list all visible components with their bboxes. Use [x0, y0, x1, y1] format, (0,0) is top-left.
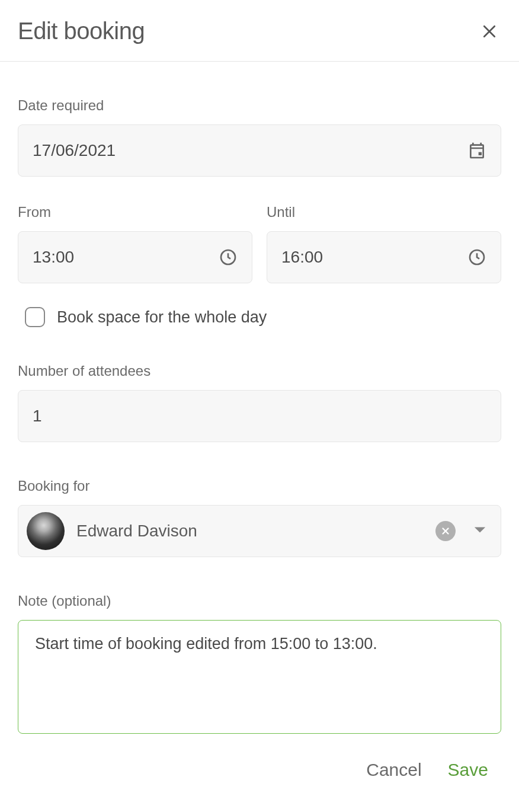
attendees-value: 1	[33, 407, 486, 426]
clear-selection-button[interactable]	[435, 521, 456, 541]
chevron-down-icon	[473, 526, 486, 534]
dialog-footer: Cancel Save	[18, 736, 501, 780]
save-button[interactable]: Save	[448, 760, 488, 780]
dialog-header: Edit booking	[0, 0, 519, 62]
calendar-icon	[467, 141, 486, 160]
from-time-input[interactable]: 13:00	[18, 231, 252, 283]
until-time-value: 16:00	[281, 248, 467, 267]
booking-for-select[interactable]: Edward Davison	[18, 505, 501, 557]
note-textarea[interactable]	[18, 620, 501, 734]
clock-icon	[467, 248, 486, 267]
svg-rect-2	[479, 152, 482, 155]
dialog-body: Date required 17/06/2021 From 13:00	[0, 62, 519, 798]
date-required-label: Date required	[18, 97, 501, 114]
whole-day-checkbox[interactable]	[25, 307, 45, 327]
booking-for-label: Booking for	[18, 478, 501, 494]
whole-day-row: Book space for the whole day	[18, 307, 501, 327]
dropdown-arrow[interactable]	[473, 526, 486, 536]
booking-for-name: Edward Davison	[76, 522, 424, 541]
until-time-input[interactable]: 16:00	[267, 231, 501, 283]
close-icon	[480, 23, 498, 40]
until-label: Until	[267, 204, 501, 220]
from-time-value: 13:00	[33, 248, 219, 267]
avatar	[27, 512, 65, 550]
cancel-button[interactable]: Cancel	[366, 760, 421, 780]
from-label: From	[18, 204, 252, 220]
clear-icon	[440, 526, 451, 536]
whole-day-label: Book space for the whole day	[57, 308, 267, 327]
date-required-input[interactable]: 17/06/2021	[18, 124, 501, 177]
dialog-title: Edit booking	[18, 18, 145, 44]
attendees-label: Number of attendees	[18, 363, 501, 379]
note-label: Note (optional)	[18, 593, 501, 609]
attendees-input[interactable]: 1	[18, 390, 501, 442]
close-button[interactable]	[478, 20, 501, 43]
date-required-value: 17/06/2021	[33, 141, 467, 160]
clock-icon	[219, 248, 238, 267]
